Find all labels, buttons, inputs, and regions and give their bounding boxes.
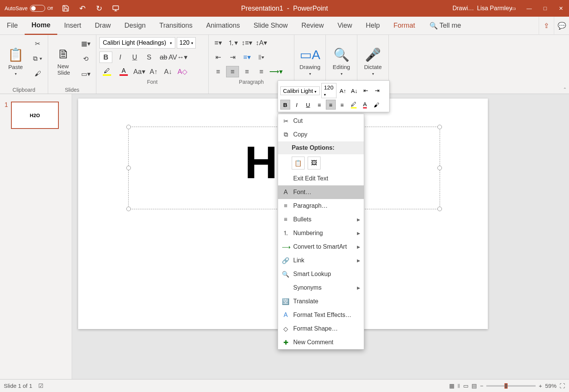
font-color-button[interactable]: A [116,67,131,76]
minimize-icon[interactable]: — [521,0,537,17]
zoom-in-button[interactable]: + [539,383,542,389]
shadow-button[interactable]: S [143,52,156,63]
maximize-icon[interactable]: □ [537,0,553,17]
slide-title-text[interactable]: H [245,136,278,188]
highlight-button[interactable]: 🖊 [99,67,115,76]
paste-button[interactable]: 📋 Paste ▾ [3,37,28,85]
clear-formatting-button[interactable]: A◇ [176,66,189,77]
mini-align-center[interactable]: ≡ [326,100,336,110]
format-painter-icon[interactable]: 🖌 [30,67,45,80]
ribbon-options-icon[interactable]: ▭ [505,0,521,17]
align-left-button[interactable]: ≡ [212,66,225,77]
view-reading-icon[interactable]: ▭ [463,383,468,389]
font-name-combo[interactable]: Calibri Light (Headings)▾ [99,37,175,49]
ctx-copy[interactable]: ⧉Copy [278,128,364,141]
close-icon[interactable]: ✕ [553,0,569,17]
ctx-font[interactable]: AFont… [278,185,364,199]
mini-font-size[interactable]: 120 ▾ [321,83,336,98]
present-icon[interactable] [107,0,124,17]
bold-button[interactable]: B [99,52,112,63]
ctx-text-effects[interactable]: AFormat Text Effects… [278,308,364,322]
slide-thumbnail-1[interactable]: H2O [11,102,59,129]
tab-animations[interactable]: Animations [199,17,247,35]
mini-format-painter[interactable]: 🖌 [371,100,381,110]
mini-highlight[interactable]: 🖊 [349,100,358,110]
reset-icon[interactable]: ⟲ [79,52,93,65]
spellcheck-icon[interactable]: ☑ [38,383,43,389]
resize-handle-ne[interactable] [437,125,442,129]
redo-icon[interactable]: ↻ [91,0,107,17]
view-normal-icon[interactable]: ▦ [449,383,454,389]
collapse-ribbon-icon[interactable]: ⌃ [563,87,567,92]
slide-counter[interactable]: Slide 1 of 1 [4,383,32,389]
align-center-button[interactable]: ≡ [226,66,239,77]
comments-icon[interactable]: 💬 [554,17,569,35]
resize-handle-w[interactable] [126,166,131,170]
save-icon[interactable] [57,0,74,17]
mini-grow-font[interactable]: A↑ [338,86,348,96]
share-icon[interactable]: ⇪ [539,17,554,35]
mini-font-name[interactable]: Calibri Light ▾ [280,86,320,95]
mini-underline[interactable]: U [303,100,313,110]
mini-align-right[interactable]: ≡ [337,100,347,110]
change-case-button[interactable]: Aa▾ [133,66,146,77]
autosave-toggle[interactable]: AutoSave Off [0,5,57,12]
view-slideshow-icon[interactable]: ▤ [472,383,477,389]
zoom-out-button[interactable]: − [480,383,483,389]
tab-file[interactable]: File [0,17,25,35]
ctx-numbering[interactable]: ⒈Numbering▶ [278,226,364,240]
drawing-button[interactable]: ▭ADrawing▾ [297,37,322,85]
bullets-button[interactable]: ≡▾ [212,37,225,49]
numbering-button[interactable]: ⒈▾ [226,37,239,49]
resize-handle-nw[interactable] [126,125,131,129]
tab-slideshow[interactable]: Slide Show [247,17,295,35]
char-spacing-button[interactable]: AV↔▾ [171,52,184,63]
font-size-combo[interactable]: 120▾ [177,37,196,49]
tab-help[interactable]: Help [359,17,387,35]
decrease-indent-button[interactable]: ⇤ [212,52,225,63]
ctx-smart-lookup[interactable]: 🔍Smart Lookup [278,267,364,281]
section-icon[interactable]: ▭▾ [79,67,93,80]
tab-design[interactable]: Design [118,17,152,35]
shrink-font-button[interactable]: A↓ [162,66,174,77]
resize-handle-e[interactable] [437,166,442,170]
ctx-synonyms[interactable]: Synonyms▶ [278,281,364,295]
undo-icon[interactable]: ↶ [74,0,91,17]
dictate-button[interactable]: 🎤Dictate▾ [360,37,385,85]
layout-icon[interactable]: ▦▾ [79,37,93,50]
mini-italic[interactable]: I [292,100,302,110]
mini-inc-indent[interactable]: ⇥ [372,86,382,96]
ctx-bullets[interactable]: ≡Bullets▶ [278,213,364,226]
tell-me[interactable]: 🔍 Tell me [429,22,461,30]
ctx-cut[interactable]: ✂Cut [278,114,364,128]
cut-icon[interactable]: ✂ [30,37,45,50]
italic-button[interactable]: I [114,52,127,63]
grow-font-button[interactable]: A↑ [147,66,160,77]
zoom-level[interactable]: 59% [545,383,556,389]
ctx-translate[interactable]: 🈳Translate [278,295,364,308]
ctx-link[interactable]: 🔗Link▶ [278,254,364,267]
align-right-button[interactable]: ≡ [240,66,253,77]
mini-align-left[interactable]: ≡ [314,100,324,110]
tab-view[interactable]: View [331,17,359,35]
paste-picture-icon[interactable]: 🖼 [308,157,321,169]
columns-button[interactable]: ⫴▾ [255,52,268,63]
view-sorter-icon[interactable]: ⫴ [457,383,460,389]
ctx-format-shape[interactable]: ◇Format Shape… [278,322,364,336]
mini-shrink-font[interactable]: A↓ [349,86,359,96]
line-spacing-button[interactable]: ↕≡▾ [240,37,253,49]
ctx-exit-edit[interactable]: Exit Edit Text [278,172,364,185]
mini-bold[interactable]: B [280,100,290,110]
smartart-button[interactable]: ⟶▾ [269,66,282,77]
justify-button[interactable]: ≡ [255,66,268,77]
increase-indent-button[interactable]: ⇥ [226,52,239,63]
paste-keep-source-icon[interactable]: 📋 [292,157,305,169]
text-direction-button[interactable]: ↕A▾ [255,37,268,49]
tab-draw[interactable]: Draw [88,17,118,35]
tab-format[interactable]: Format [387,17,422,35]
copy-icon[interactable]: ⧉ ▾ [30,52,45,65]
fit-to-window-icon[interactable]: ⛶ [560,383,565,389]
tab-transitions[interactable]: Transitions [152,17,199,35]
align-text-button[interactable]: ≡▾ [240,52,253,63]
underline-button[interactable]: U [128,52,141,63]
